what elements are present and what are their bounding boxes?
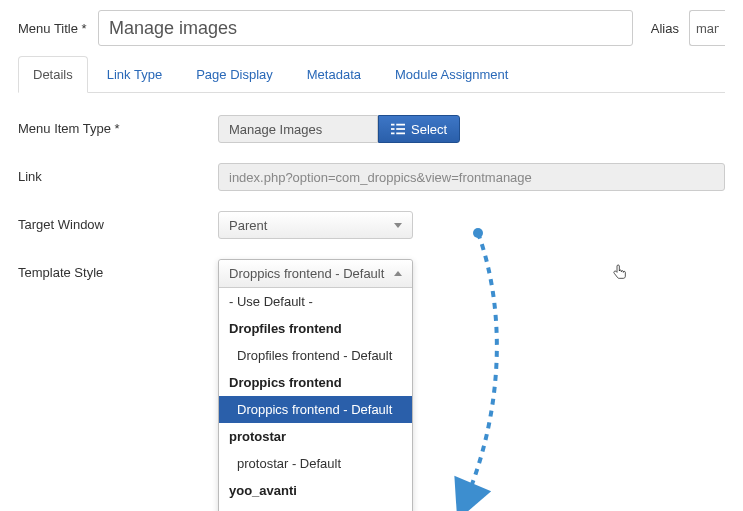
select-btn-label: Select	[411, 122, 447, 137]
menu-item-type-value: Manage Images	[218, 115, 378, 143]
tab-module-assignment[interactable]: Module Assignment	[380, 56, 523, 93]
menu-item-type-label: Menu Item Type	[18, 115, 218, 136]
tab-details[interactable]: Details	[18, 56, 88, 93]
template-style-label: Template Style	[18, 259, 218, 280]
chevron-down-icon	[394, 223, 402, 228]
alias-input[interactable]	[689, 10, 725, 46]
target-window-value: Parent	[229, 218, 267, 233]
opt-yoo-avanti-default[interactable]: yoo_avanti - Default	[219, 504, 412, 511]
row-target-window: Target Window Parent	[18, 211, 725, 241]
optgroup-protostar: protostar	[219, 423, 412, 450]
link-value: index.php?option=com_droppics&view=front…	[218, 163, 725, 191]
opt-use-default[interactable]: - Use Default -	[219, 288, 412, 315]
svg-rect-5	[396, 133, 405, 135]
list-icon	[391, 122, 405, 136]
template-style-options: - Use Default - Dropfiles frontend Dropf…	[219, 288, 412, 511]
tabs: Details Link Type Page Display Metadata …	[18, 56, 725, 93]
row-link: Link index.php?option=com_droppics&view=…	[18, 163, 725, 193]
optgroup-droppics: Droppics frontend	[219, 369, 412, 396]
menu-title-label: Menu Title	[18, 21, 98, 36]
tab-metadata[interactable]: Metadata	[292, 56, 376, 93]
row-template-style: Template Style Droppics frontend - Defau…	[18, 259, 725, 511]
link-label: Link	[18, 163, 218, 184]
template-style-current[interactable]: Droppics frontend - Default	[219, 260, 412, 288]
opt-dropfiles-default[interactable]: Dropfiles frontend - Default	[219, 342, 412, 369]
menu-title-input[interactable]	[98, 10, 633, 46]
optgroup-dropfiles: Dropfiles frontend	[219, 315, 412, 342]
alias-wrap: Alias	[651, 10, 725, 46]
title-row: Menu Title Alias	[18, 10, 725, 46]
tab-page-display[interactable]: Page Display	[181, 56, 288, 93]
select-type-button[interactable]: Select	[378, 115, 460, 143]
svg-rect-0	[391, 124, 395, 126]
svg-rect-1	[396, 124, 405, 126]
row-menu-item-type: Menu Item Type Manage Images Select	[18, 115, 725, 145]
svg-rect-2	[391, 128, 395, 130]
target-window-select[interactable]: Parent	[218, 211, 413, 239]
svg-rect-4	[391, 133, 395, 135]
template-style-select-open[interactable]: Droppics frontend - Default - Use Defaul…	[218, 259, 413, 511]
chevron-up-icon	[394, 271, 402, 276]
svg-rect-3	[396, 128, 405, 130]
opt-protostar-default[interactable]: protostar - Default	[219, 450, 412, 477]
optgroup-yoo-avanti: yoo_avanti	[219, 477, 412, 504]
opt-droppics-default[interactable]: Droppics frontend - Default	[219, 396, 412, 423]
alias-label: Alias	[651, 21, 679, 36]
tab-link-type[interactable]: Link Type	[92, 56, 177, 93]
cursor-hand-icon	[612, 263, 628, 283]
target-window-label: Target Window	[18, 211, 218, 232]
template-style-current-text: Droppics frontend - Default	[229, 266, 384, 281]
